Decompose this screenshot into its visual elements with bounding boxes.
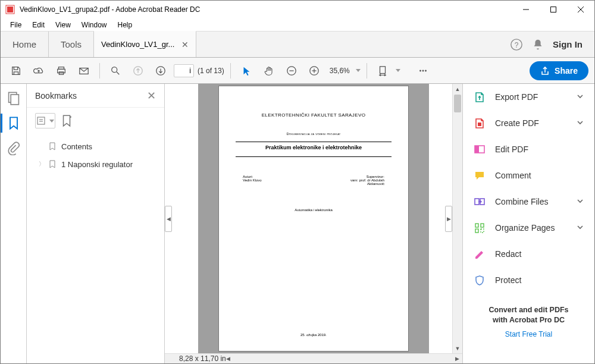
scroll-right-icon[interactable]: ▶ bbox=[452, 354, 462, 363]
zoom-dropdown-icon[interactable] bbox=[356, 69, 361, 72]
collapse-left-handle[interactable]: ◀ bbox=[165, 206, 172, 232]
chevron-down-icon[interactable] bbox=[577, 197, 584, 206]
tool-comment[interactable]: Comment bbox=[463, 162, 594, 189]
bookmark-options-button[interactable] bbox=[35, 113, 55, 128]
svg-rect-30 bbox=[478, 123, 481, 126]
fit-page-icon[interactable] bbox=[373, 61, 392, 80]
svg-rect-37 bbox=[475, 229, 478, 233]
page-number-input[interactable] bbox=[174, 64, 194, 77]
tab-close-icon[interactable]: ✕ bbox=[181, 40, 189, 49]
document-viewer: ELEKTROTEHNIČKI FAKULTET SARAJEVO Dokume… bbox=[165, 84, 462, 363]
author-name: Vedin Klovo bbox=[243, 178, 262, 182]
cloud-icon[interactable] bbox=[29, 61, 48, 80]
pdf-page: ELEKTROTEHNIČKI FAKULTET SARAJEVO Dokume… bbox=[219, 86, 408, 351]
page-count-label: (1 of 13) bbox=[198, 67, 224, 75]
save-icon[interactable] bbox=[7, 61, 26, 80]
vertical-scrollbar[interactable]: ▲ ▼ bbox=[452, 84, 462, 353]
redact-icon bbox=[474, 248, 486, 260]
promo-block: Convert and edit PDFs with Acrobat Pro D… bbox=[463, 305, 594, 339]
menu-file[interactable]: File bbox=[5, 20, 26, 30]
tool-label: Comment bbox=[495, 171, 531, 180]
svg-rect-9 bbox=[58, 69, 65, 73]
tool-label: Export PDF bbox=[495, 92, 538, 102]
new-bookmark-icon[interactable] bbox=[60, 114, 73, 127]
close-button[interactable] bbox=[567, 1, 594, 18]
chevron-down-icon[interactable] bbox=[577, 92, 584, 102]
chevron-down-icon[interactable] bbox=[577, 118, 584, 128]
share-button[interactable]: Share bbox=[530, 61, 588, 80]
tool-organize[interactable]: Organize Pages bbox=[463, 215, 594, 241]
zoom-value: 35,6% bbox=[330, 67, 350, 75]
print-icon[interactable] bbox=[52, 61, 71, 80]
bookmarks-icon[interactable] bbox=[7, 116, 21, 130]
share-icon bbox=[540, 66, 550, 76]
titlebar: VedinKlovo_LV1_grupa2.pdf - Adobe Acroba… bbox=[1, 1, 594, 18]
tool-combine[interactable]: Combine Files bbox=[463, 189, 594, 215]
prev-page-icon[interactable] bbox=[129, 61, 148, 80]
attachments-icon[interactable] bbox=[7, 141, 21, 155]
fit-dropdown-icon[interactable] bbox=[396, 69, 400, 72]
menu-edit[interactable]: Edit bbox=[27, 20, 49, 30]
more-icon[interactable] bbox=[414, 61, 433, 80]
tab-tools[interactable]: Tools bbox=[49, 32, 94, 57]
chevron-down-icon[interactable] bbox=[577, 223, 584, 233]
bell-icon[interactable] bbox=[531, 38, 544, 51]
mail-icon[interactable] bbox=[74, 61, 93, 80]
window-controls bbox=[512, 1, 594, 18]
protect-icon bbox=[474, 274, 486, 286]
svg-point-24 bbox=[425, 70, 427, 71]
signin-button[interactable]: Sign In bbox=[553, 39, 583, 49]
bookmark-item-contents[interactable]: Contents bbox=[33, 137, 158, 155]
promo-heading: Convert and edit PDFs with Acrobat Pro D… bbox=[474, 305, 584, 325]
svg-point-23 bbox=[422, 70, 424, 71]
tabbar: Home Tools VedinKlovo_LV1_gr... ✕ ? Sign… bbox=[1, 32, 594, 58]
document-scroll[interactable]: ELEKTROTEHNIČKI FAKULTET SARAJEVO Dokume… bbox=[165, 84, 462, 353]
scroll-up-icon[interactable]: ▲ bbox=[453, 84, 462, 94]
tool-edit[interactable]: Edit PDF bbox=[463, 136, 594, 162]
maximize-button[interactable] bbox=[540, 1, 567, 18]
menu-window[interactable]: Window bbox=[77, 20, 112, 30]
minimize-button[interactable] bbox=[512, 1, 540, 18]
page-rule bbox=[236, 142, 392, 142]
bookmarks-close-icon[interactable]: ✕ bbox=[147, 89, 156, 102]
scrollbar-thumb[interactable] bbox=[454, 95, 461, 112]
page-university: ELEKTROTEHNIČKI FAKULTET SARAJEVO bbox=[219, 112, 408, 118]
chevron-right-icon[interactable]: 〉 bbox=[39, 160, 43, 168]
help-icon[interactable]: ? bbox=[510, 38, 523, 51]
tool-create[interactable]: Create PDF bbox=[463, 110, 594, 136]
menu-help[interactable]: Help bbox=[113, 20, 137, 30]
tool-label: Organize Pages bbox=[495, 223, 555, 233]
status-bar: 8,28 x 11,70 in ◀ ▶ bbox=[165, 353, 462, 363]
svg-rect-38 bbox=[481, 229, 484, 233]
thumbnails-icon[interactable] bbox=[7, 91, 21, 105]
toolbar-separator bbox=[99, 63, 100, 79]
collapse-right-handle[interactable]: ▶ bbox=[445, 206, 452, 232]
bookmarks-title: Bookmarks bbox=[35, 91, 147, 101]
scroll-left-icon[interactable]: ◀ bbox=[223, 354, 233, 363]
next-page-icon[interactable] bbox=[151, 61, 170, 80]
page-dimensions: 8,28 x 11,70 in bbox=[179, 354, 226, 363]
zoom-out-icon[interactable] bbox=[282, 61, 301, 80]
tool-redact[interactable]: Redact bbox=[463, 241, 594, 267]
hand-icon[interactable] bbox=[259, 61, 278, 80]
zoom-in-icon[interactable] bbox=[305, 61, 324, 80]
page-title: Praktikum elektronike i elektrotehnike bbox=[236, 145, 392, 150]
promo-link[interactable]: Start Free Trial bbox=[505, 330, 552, 338]
pointer-icon[interactable] bbox=[237, 61, 256, 80]
tab-document[interactable]: VedinKlovo_LV1_gr... ✕ bbox=[94, 31, 196, 57]
scroll-down-icon[interactable]: ▼ bbox=[453, 343, 462, 353]
tab-home[interactable]: Home bbox=[1, 32, 49, 57]
menu-view[interactable]: View bbox=[51, 20, 76, 30]
search-icon[interactable] bbox=[106, 61, 125, 80]
bookmark-item-1[interactable]: 〉 1 Naponski regulator bbox=[33, 155, 158, 173]
page-subtitle: Dokumentacija za vođeni projekat bbox=[219, 132, 408, 136]
svg-rect-3 bbox=[551, 7, 556, 12]
svg-rect-35 bbox=[475, 224, 478, 227]
svg-rect-36 bbox=[481, 224, 484, 227]
export-icon bbox=[474, 91, 486, 103]
bookmarks-panel: Bookmarks ✕ Contents 〉 1 Naponski regula… bbox=[27, 84, 165, 363]
tool-protect[interactable]: Protect bbox=[463, 267, 594, 293]
tool-export[interactable]: Export PDF bbox=[463, 84, 594, 110]
combine-icon bbox=[474, 196, 486, 208]
svg-rect-26 bbox=[11, 95, 18, 105]
